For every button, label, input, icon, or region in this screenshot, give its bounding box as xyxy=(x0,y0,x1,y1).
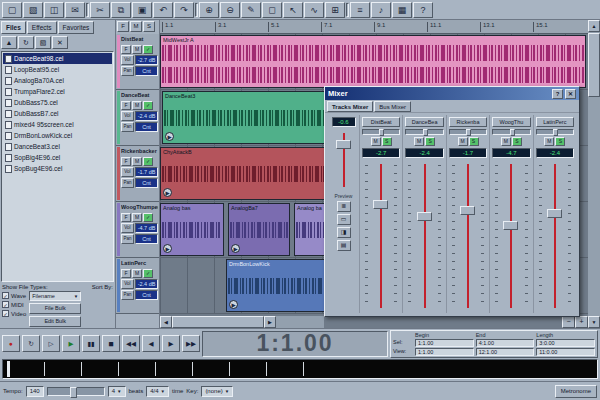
mute-button[interactable]: M xyxy=(132,213,142,222)
fader-handle[interactable] xyxy=(503,221,518,230)
new-bus-icon[interactable]: ▭ xyxy=(337,214,351,225)
paint-tool-icon[interactable]: ▶ xyxy=(163,244,172,253)
list-item[interactable]: DubBassB7.cel xyxy=(3,108,112,119)
tempo-slider-thumb[interactable] xyxy=(70,387,77,398)
track-view-tab[interactable]: F xyxy=(117,21,129,32)
tempo-value[interactable]: 140 xyxy=(26,386,44,397)
view-begin-value[interactable]: 1:1.00 xyxy=(415,348,474,356)
mute-button[interactable]: M xyxy=(501,137,511,146)
audio-clip[interactable]: AnalogBa7 ▶ xyxy=(228,203,290,256)
volume-control[interactable]: Vol xyxy=(121,55,134,65)
pan-slider[interactable] xyxy=(536,129,574,135)
track-header[interactable]: Rickenbacker F M ✓ Vol-1.7 dB PanCnt xyxy=(116,146,159,202)
mixer-icon[interactable]: ≡ xyxy=(350,2,370,18)
mute-button[interactable]: M xyxy=(132,45,142,54)
list-item[interactable]: DanceBeat3.cel xyxy=(3,141,112,152)
new-folder-icon[interactable]: ▧ xyxy=(35,36,51,49)
channel-fader[interactable] xyxy=(408,162,440,310)
solo-button[interactable]: S xyxy=(512,137,522,146)
scrollbar-thumb[interactable] xyxy=(172,316,264,328)
snap-icon[interactable]: ⊞ xyxy=(325,2,345,18)
new-icon[interactable]: ▢ xyxy=(2,2,22,18)
playback-cursor[interactable] xyxy=(7,361,10,377)
pan-control[interactable]: Pan xyxy=(121,178,134,188)
track-mute-all-tab[interactable]: M xyxy=(130,21,142,32)
fx-button[interactable]: F xyxy=(121,45,131,54)
paint-tool-icon[interactable]: ▶ xyxy=(229,300,238,309)
sel-end-value[interactable]: 4:1.00 xyxy=(476,339,535,347)
paste-icon[interactable]: ▣ xyxy=(132,2,152,18)
mute-button[interactable]: M xyxy=(544,137,554,146)
scroll-down-icon[interactable]: ▼ xyxy=(588,316,600,328)
fader-handle[interactable] xyxy=(373,200,388,209)
beat-ruler[interactable]: 1.1 3.1 5.1 7.1 9.1 11.1 13.1 15.1 xyxy=(160,20,588,34)
pan-slider[interactable] xyxy=(492,129,530,135)
sel-begin-value[interactable]: 1:1.00 xyxy=(415,339,474,347)
mute-button[interactable]: M xyxy=(132,101,142,110)
fx-button[interactable]: F xyxy=(121,213,131,222)
mixer-properties-icon[interactable]: ≣ xyxy=(337,201,351,212)
pan-thumb[interactable] xyxy=(553,129,558,136)
audio-clip[interactable]: ChyAttackB ▶ xyxy=(160,147,338,200)
channel-fader[interactable] xyxy=(365,162,397,310)
scrollbar-thumb[interactable] xyxy=(588,33,600,97)
zoom-in-icon[interactable]: ⊕ xyxy=(199,2,219,18)
solo-button[interactable]: ✓ xyxy=(143,213,153,222)
draw-tool-icon[interactable]: ✎ xyxy=(241,2,261,18)
volume-control[interactable]: Vol xyxy=(121,279,134,289)
zoom-out-time-icon[interactable]: − xyxy=(562,316,575,328)
cut-icon[interactable]: ✂ xyxy=(90,2,110,18)
help-icon[interactable]: ? xyxy=(552,89,563,99)
solo-button[interactable]: S xyxy=(382,137,392,146)
publish-icon[interactable]: ✉ xyxy=(65,2,85,18)
pan-control[interactable]: Pan xyxy=(121,122,134,132)
pan-thumb[interactable] xyxy=(466,129,471,136)
list-item[interactable]: mixed4 95screen.cel xyxy=(3,119,112,130)
fx-button[interactable]: F xyxy=(121,157,131,166)
solo-button[interactable]: ✓ xyxy=(143,157,153,166)
pan-thumb[interactable] xyxy=(423,129,428,136)
mute-button[interactable]: M xyxy=(414,137,424,146)
wave-checkbox[interactable]: ✓ xyxy=(2,292,9,299)
loop-button[interactable]: ↻ xyxy=(22,335,40,352)
copy-icon[interactable]: ⧉ xyxy=(111,2,131,18)
volume-control[interactable]: Vol xyxy=(121,223,134,233)
fader-handle[interactable] xyxy=(336,140,351,149)
delete-icon[interactable]: ✕ xyxy=(52,36,68,49)
list-item[interactable]: DrmBonLowKick.cel xyxy=(3,130,112,141)
paint-tool-icon[interactable]: ▶ xyxy=(231,244,240,253)
tab-bus-mixer[interactable]: Bus Mixer xyxy=(374,101,411,112)
play-button[interactable]: ▶ xyxy=(62,335,80,352)
paint-tool-icon[interactable]: ▶ xyxy=(165,132,174,141)
song-overview-strip[interactable] xyxy=(2,359,598,379)
volume-control[interactable]: Vol xyxy=(121,167,134,177)
track-header[interactable]: DistBeat F M ✓ Vol-2.7 dB PanCnt xyxy=(116,34,159,90)
view-end-value[interactable]: 12:1.00 xyxy=(476,348,535,356)
vertical-scrollbar[interactable]: ▲ ▼ xyxy=(588,20,600,328)
audio-clip[interactable]: Analog bas ▶ xyxy=(160,203,224,256)
downmix-icon[interactable]: ▤ xyxy=(337,240,351,251)
file-list[interactable]: DanceBeat98.cel LoopBeat95.cel AnalogBa7… xyxy=(1,51,114,282)
up-folder-icon[interactable]: ▲ xyxy=(1,36,17,49)
pan-slider[interactable] xyxy=(405,129,443,135)
list-item[interactable]: DanceBeat98.cel xyxy=(3,53,112,64)
tab-tracks-mixer[interactable]: Tracks Mixer xyxy=(327,101,373,112)
track-solo-all-tab[interactable]: S xyxy=(143,21,155,32)
solo-button[interactable]: S xyxy=(469,137,479,146)
solo-button[interactable]: ✓ xyxy=(143,101,153,110)
fader-handle[interactable] xyxy=(417,212,432,221)
go-to-start-button[interactable]: ◀◀ xyxy=(122,335,140,352)
mixer-window[interactable]: Mixer ? ✕ Tracks Mixer Bus Mixer -0.6 Pr… xyxy=(324,86,580,317)
tempo-slider[interactable] xyxy=(47,387,105,396)
audio-clip[interactable]: DrmBonLowKick ▶ xyxy=(226,259,338,312)
horizontal-scrollbar[interactable]: ◀ ▶ xyxy=(160,316,324,328)
zoom-out-icon[interactable]: ⊖ xyxy=(220,2,240,18)
redo-icon[interactable]: ↷ xyxy=(174,2,194,18)
pan-slider[interactable] xyxy=(449,129,487,135)
pan-control[interactable]: Pan xyxy=(121,66,134,76)
preview-fader[interactable] xyxy=(335,131,353,189)
solo-button[interactable]: S xyxy=(555,137,565,146)
edit-bulk-button[interactable]: Edit Bulk xyxy=(29,316,81,327)
pause-button[interactable]: ▮▮ xyxy=(82,335,100,352)
explorer-icon[interactable]: ▦ xyxy=(392,2,412,18)
